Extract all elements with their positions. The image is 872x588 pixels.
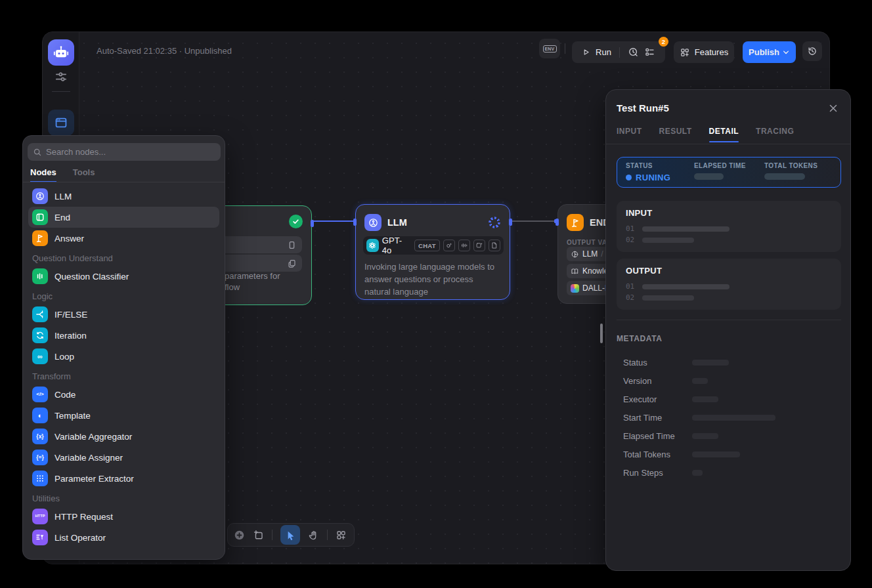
document-icon <box>287 240 297 250</box>
metadata-row-start-time: Start Time <box>623 408 841 427</box>
loop-icon: ∞ <box>32 348 48 364</box>
checklist-icon[interactable] <box>644 47 655 58</box>
llm-node[interactable]: LLM GPT-4o CHAT Invoking large language … <box>355 204 510 300</box>
metadata-key: Start Time <box>623 413 692 423</box>
node-item-answer[interactable]: Answer <box>28 228 219 249</box>
tab-detail[interactable]: DETAIL <box>709 127 739 142</box>
code-icon: </> <box>32 387 48 402</box>
metadata-key: Version <box>623 376 692 386</box>
tab-tools[interactable]: Tools <box>73 167 95 182</box>
node-item-http-request[interactable]: HTTPHTTP Request <box>28 506 219 527</box>
search-input[interactable] <box>46 147 215 157</box>
edge-start-llm <box>312 220 355 222</box>
features-icon <box>680 47 690 58</box>
metadata-label: METADATA <box>617 334 662 343</box>
canvas-scrollbar[interactable] <box>600 324 603 343</box>
end-icon <box>32 209 48 225</box>
status-dot-icon <box>626 175 632 180</box>
connection-handle[interactable] <box>311 220 314 227</box>
close-icon[interactable] <box>828 103 839 114</box>
add-note-button[interactable] <box>253 530 264 541</box>
node-item-iteration[interactable]: Iteration <box>28 325 219 346</box>
node-item-code[interactable]: </>Code <box>28 384 219 405</box>
input-label: INPUT <box>626 208 653 218</box>
image-icon <box>473 240 485 251</box>
node-item-label: LLM <box>54 192 72 201</box>
variable-assigner-icon: {=} <box>32 450 48 465</box>
node-item-loop[interactable]: ∞Loop <box>28 346 219 367</box>
panel-tabs: Nodes Tools <box>30 167 95 182</box>
node-item-label: List Operator <box>54 533 106 543</box>
chevron-down-icon <box>782 49 790 56</box>
connection-handle[interactable] <box>509 219 512 226</box>
connection-handle[interactable] <box>556 219 559 226</box>
model-selector[interactable]: GPT-4o CHAT <box>363 236 504 255</box>
node-item-variable-assigner[interactable]: {=}Variable Assigner <box>28 447 219 468</box>
node-item-label: HTTP Request <box>54 512 113 522</box>
section-label-utilities: Utilities <box>28 489 219 506</box>
connection-handle[interactable] <box>353 219 357 226</box>
divider <box>565 43 565 54</box>
metadata-row-executor: Executor <box>623 390 841 408</box>
io-skeleton-row: 01 <box>626 282 730 291</box>
metadata-row-run-steps: Run Steps <box>623 463 841 482</box>
node-search-panel: Nodes Tools LLMEndAnswerQuestion Underst… <box>22 135 225 560</box>
metadata-key: Run Steps <box>623 468 692 478</box>
file-icon <box>489 240 500 251</box>
separator: / <box>601 249 603 259</box>
node-item-variable-aggregator[interactable]: {x}Variable Aggregator <box>28 426 219 447</box>
divider <box>272 530 272 540</box>
output-label: OUTPUT <box>626 266 662 276</box>
hand-mode-button[interactable] <box>308 530 319 541</box>
list-operator-icon <box>32 530 48 545</box>
metadata-row-elapsed-time: Elapsed Time <box>623 427 841 445</box>
model-name: GPT-4o <box>382 236 410 255</box>
node-item-if-else[interactable]: IF/ELSE <box>28 304 219 325</box>
metadata-key: Executor <box>623 394 692 404</box>
section-label-question-understand: Question Understand <box>28 249 219 266</box>
preferences-sliders-icon[interactable] <box>54 70 68 84</box>
node-item-list-operator[interactable]: List Operator <box>28 527 219 548</box>
env-button[interactable]: ENV <box>539 39 560 58</box>
node-item-template[interactable]: ◐Template <box>28 405 219 426</box>
version-history-button[interactable] <box>802 41 822 61</box>
canvas-toolbar <box>227 523 355 547</box>
status-label: STATUS <box>626 162 670 169</box>
features-button[interactable]: Features <box>674 41 734 63</box>
tab-input[interactable]: INPUT <box>617 127 642 142</box>
node-item-question-classifier[interactable]: Question Classifier <box>28 266 219 287</box>
template-icon: ◐ <box>32 408 48 423</box>
workflow-window-button[interactable] <box>48 110 74 136</box>
node-item-llm[interactable]: LLM <box>28 186 219 207</box>
run-history-icon[interactable] <box>628 47 639 58</box>
row-number: 01 <box>626 282 634 291</box>
add-node-button[interactable] <box>234 530 245 541</box>
search-box[interactable] <box>28 143 221 161</box>
play-icon[interactable] <box>582 48 590 56</box>
section-label-transform: Transform <box>28 367 219 384</box>
start-node-description: parameters for flow <box>225 270 280 293</box>
vision-icon <box>443 240 455 251</box>
node-item-label: Code <box>54 390 76 400</box>
publish-button[interactable]: Publish <box>743 41 796 63</box>
node-item-parameter-extractor[interactable]: Parameter Extractor <box>28 468 219 489</box>
organize-nodes-button[interactable] <box>336 530 347 541</box>
tab-tracing[interactable]: TRACING <box>756 127 794 142</box>
run-button[interactable]: Run <box>596 47 611 57</box>
skeleton-bar <box>694 173 724 180</box>
node-item-end[interactable]: End <box>28 207 219 228</box>
skeleton-bar <box>692 415 775 421</box>
row-number: 02 <box>626 293 634 302</box>
input-card: INPUT 0102 <box>617 201 841 252</box>
node-item-label: Answer <box>54 234 84 243</box>
row-number: 02 <box>626 236 634 244</box>
metadata-key: Elapsed Time <box>623 431 692 441</box>
pointer-mode-button[interactable] <box>280 525 300 545</box>
end-flag-icon <box>567 214 584 231</box>
llm-node-description: Invoking large language models to answer… <box>364 261 497 298</box>
tab-result[interactable]: RESULT <box>659 127 692 142</box>
knowledge-icon <box>571 267 579 276</box>
parameter-extractor-icon <box>32 471 48 486</box>
app-logo[interactable] <box>48 39 74 66</box>
tab-nodes[interactable]: Nodes <box>30 167 56 182</box>
